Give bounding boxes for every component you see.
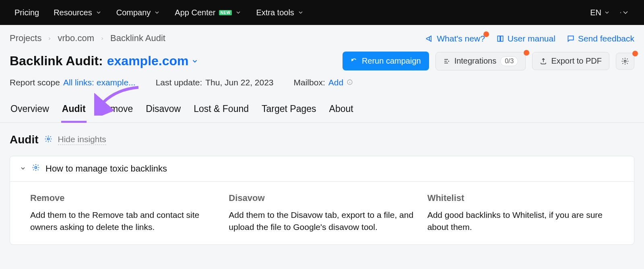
link-label: User manual (508, 34, 555, 43)
gear-icon[interactable] (44, 135, 52, 145)
notification-dot (483, 31, 489, 37)
new-badge: new (219, 10, 232, 15)
notification-dot (524, 50, 529, 56)
info-label: Mailbox: (294, 78, 325, 87)
col-disavow: Disavow Add them to the Disavow tab, exp… (229, 193, 415, 233)
chevron-down-icon (235, 9, 242, 16)
integrations-count: 0/3 (500, 56, 518, 66)
breadcrumb: Projects vrbo.com Backlink Audit (10, 33, 425, 43)
btn-label: Export to PDF (551, 56, 602, 66)
section-title: Audit (10, 133, 39, 146)
tab-overview[interactable]: Overview (10, 103, 50, 122)
title-row: Backlink Audit: example.com Rerun campai… (10, 52, 634, 70)
section-header: Audit Hide insights (10, 133, 634, 146)
col-title: Disavow (229, 193, 415, 203)
domain-label: example.com (107, 54, 189, 68)
tab-remove[interactable]: Remove (98, 103, 134, 122)
chat-icon (567, 35, 575, 43)
link-label: What's new? (437, 34, 485, 43)
nav-app-center[interactable]: App Center new (175, 8, 242, 17)
tab-lost-found[interactable]: Lost & Found (193, 103, 250, 122)
breadcrumb-item[interactable]: Projects (10, 33, 41, 43)
report-scope: Report scope All links: example... (10, 78, 136, 87)
nav-label: Extra tools (256, 8, 294, 17)
header-row: Projects vrbo.com Backlink Audit What's … (10, 33, 634, 52)
link-label: Send feedback (578, 34, 634, 43)
info-label: Last update: (156, 78, 202, 87)
header-links: What's new? User manual Send feedback (425, 34, 634, 43)
chevron-down-icon (297, 9, 304, 16)
tab-target-pages[interactable]: Target Pages (261, 103, 317, 122)
settings-button[interactable] (616, 53, 634, 70)
card-title: How to manage toxic backlinks (45, 163, 167, 174)
send-feedback-link[interactable]: Send feedback (567, 34, 634, 43)
col-title: Remove (30, 193, 217, 203)
col-body: Add them to the Disavow tab, export to a… (229, 209, 415, 233)
tab-about[interactable]: About (328, 103, 354, 122)
tab-audit[interactable]: Audit (61, 103, 87, 123)
lang-label: EN (590, 8, 601, 17)
chevron-right-icon (100, 33, 105, 43)
svg-point-0 (624, 60, 626, 62)
col-title: Whitelist (427, 193, 614, 203)
insights-card-header[interactable]: How to manage toxic backlinks (10, 156, 634, 182)
nav-pricing[interactable]: Pricing (14, 8, 39, 17)
mailbox-add-link[interactable]: Add (328, 78, 343, 87)
info-icon[interactable] (347, 78, 353, 87)
topnav-left: Pricing Resources Company App Center new… (14, 8, 304, 17)
actions: Rerun campaign Integrations 0/3 Export t… (343, 52, 634, 70)
info-label: Report scope (10, 78, 60, 87)
mailbox: Mailbox: Add (294, 78, 353, 87)
book-icon (496, 35, 504, 43)
export-pdf-button[interactable]: Export to PDF (532, 52, 609, 70)
whats-new-link[interactable]: What's new? (425, 34, 485, 43)
gear-icon (621, 57, 629, 65)
btn-label: Integrations (454, 56, 497, 66)
svg-point-2 (47, 138, 49, 140)
chevron-down-icon (604, 9, 610, 16)
breadcrumb-item[interactable]: Backlink Audit (110, 33, 165, 43)
svg-point-3 (35, 167, 37, 169)
topnav-right: EN (590, 8, 630, 17)
col-whitelist: Whitelist Add good backlinks to Whitelis… (427, 193, 614, 233)
user-avatar[interactable] (620, 8, 630, 17)
toggle-label: Hide insights (58, 134, 106, 144)
gear-icon (32, 163, 40, 174)
export-icon (540, 58, 547, 65)
refresh-icon (351, 58, 358, 65)
title-prefix: Backlink Audit: (10, 54, 103, 68)
integrations-button[interactable]: Integrations 0/3 (436, 52, 526, 70)
last-update: Last update: Thu, Jun 22, 2023 (156, 78, 274, 87)
chevron-down-icon (20, 163, 26, 174)
hide-insights-toggle[interactable]: Hide insights (58, 134, 106, 145)
rerun-campaign-button[interactable]: Rerun campaign (343, 52, 429, 70)
notification-dot (632, 51, 638, 56)
megaphone-icon (425, 35, 433, 43)
integrations-icon (443, 58, 450, 65)
chevron-right-icon (47, 33, 52, 43)
col-body: Add good backlinks to Whitelist, if you … (427, 209, 614, 233)
nav-extra-tools[interactable]: Extra tools (256, 8, 303, 17)
info-value: Thu, Jun 22, 2023 (205, 78, 273, 87)
user-manual-link[interactable]: User manual (496, 34, 555, 43)
info-line: Report scope All links: example... Last … (10, 78, 634, 87)
nav-label: Pricing (14, 8, 39, 17)
language-selector[interactable]: EN (590, 8, 610, 17)
breadcrumb-item[interactable]: vrbo.com (58, 33, 94, 43)
domain-selector[interactable]: example.com (107, 54, 198, 68)
tabs: Overview Audit Remove Disavow Lost & Fou… (0, 103, 644, 123)
col-body: Add them to the Remove tab and contact s… (30, 209, 217, 233)
btn-label: Rerun campaign (362, 56, 421, 66)
nav-company[interactable]: Company (116, 8, 161, 17)
chevron-down-icon (154, 9, 160, 16)
chevron-down-icon (95, 9, 102, 16)
tab-disavow[interactable]: Disavow (145, 103, 182, 122)
insights-card-body: Remove Add them to the Remove tab and co… (10, 182, 634, 244)
audit-section: Audit Hide insights How to manage toxic … (10, 123, 634, 255)
insights-card: How to manage toxic backlinks Remove Add… (10, 156, 634, 245)
report-scope-link[interactable]: All links: example... (63, 78, 136, 87)
nav-resources[interactable]: Resources (54, 8, 102, 17)
topnav: Pricing Resources Company App Center new… (0, 0, 644, 25)
nav-label: Resources (54, 8, 92, 17)
nav-label: App Center (175, 8, 215, 17)
